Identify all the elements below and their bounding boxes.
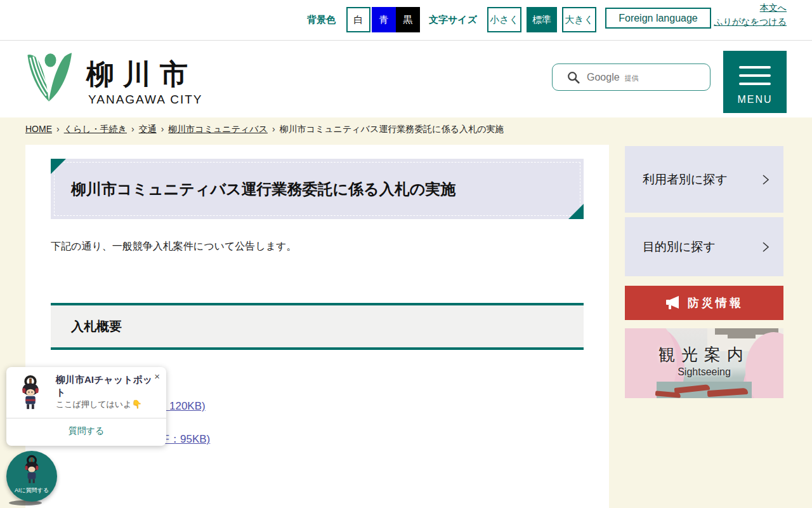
sidebar-item-label: 利用者別に探す <box>643 146 728 213</box>
site-header: 柳川市 YANAGAWA CITY Google 提供 MENU <box>0 41 812 117</box>
breadcrumb-home[interactable]: HOME <box>25 124 52 134</box>
megaphone-icon <box>665 295 681 311</box>
chatbot-ask-link[interactable]: 質問する <box>6 425 166 437</box>
font-size-standard-button[interactable]: 標準 <box>527 7 557 32</box>
sightseeing-label-ja: 観光案内 <box>625 344 783 366</box>
corner-triangle-bottom-right <box>568 204 584 219</box>
city-name-en: YANAGAWA CITY <box>88 93 203 107</box>
intro-text: 下記の通り、一般競争入札案件について公告します。 <box>51 240 296 253</box>
chevron-right-icon <box>762 174 769 185</box>
bg-option-white[interactable]: 白 <box>346 7 370 32</box>
breadcrumb-kurashi[interactable]: くらし・手続き <box>64 124 127 134</box>
chatbot-fab-button[interactable]: AIに質問する <box>6 451 57 502</box>
skip-to-content-link[interactable]: 本文へ <box>760 3 787 14</box>
font-size-label: 文字サイズ <box>429 14 477 26</box>
disaster-info-banner[interactable]: 防災情報 <box>625 286 783 320</box>
yanagawa-logo-icon <box>23 51 75 107</box>
roof-photo-part <box>728 335 756 338</box>
sidebar-item-by-purpose[interactable]: 目的別に探す <box>625 217 783 276</box>
chatbot-avatar <box>16 375 44 411</box>
chatbot-message: ここば押してはいよ👇 <box>56 399 142 410</box>
city-name: 柳川市 <box>86 56 197 93</box>
close-icon[interactable]: × <box>154 371 160 382</box>
chevron-right-icon <box>762 241 769 253</box>
breadcrumb: HOME›くらし・手続き›交通›柳川市コミュニティバス›柳川市コミュニティバス運… <box>25 124 787 135</box>
corner-triangle-top-left <box>51 159 66 174</box>
furigana-link[interactable]: ふりがなをつける <box>714 17 787 28</box>
fab-shadow <box>9 500 42 505</box>
bg-option-black[interactable]: 黒 <box>396 7 420 32</box>
breadcrumb-current: 柳川市コミュニティバス運行業務委託に係る入札の実施 <box>280 124 504 134</box>
font-size-larger-button[interactable]: 大きく <box>562 7 596 32</box>
search-provided-text: 提供 <box>625 74 639 83</box>
disaster-info-label: 防災情報 <box>688 295 743 311</box>
breadcrumb-community-bus[interactable]: 柳川市コミュニティバス <box>168 124 268 134</box>
page-title: 柳川市コミュニティバス運行業務委託に係る入札の実施 <box>71 159 455 219</box>
search-brand-text: Google <box>587 72 620 83</box>
section-heading-box: 入札概要 <box>51 303 584 350</box>
sidebar-item-label: 目的別に探す <box>643 217 716 276</box>
menu-label: MENU <box>723 94 787 105</box>
main-content-panel: 柳川市コミュニティバス運行業務委託に係る入札の実施 下記の通り、一般競争入札案件… <box>25 145 609 508</box>
section-heading: 入札概要 <box>71 305 122 347</box>
breadcrumb-separator: › <box>161 124 164 134</box>
chatbot-divider <box>6 418 166 418</box>
chatbot-title: 柳川市AIチャットポット <box>56 373 155 398</box>
search-input[interactable]: Google 提供 <box>552 64 710 91</box>
sidebar-item-by-user[interactable]: 利用者別に探す <box>625 146 783 213</box>
breadcrumb-separator: › <box>272 124 275 134</box>
page-title-banner: 柳川市コミュニティバス運行業務委託に係る入札の実施 <box>51 159 584 219</box>
font-size-smaller-button[interactable]: 小さく <box>487 7 521 32</box>
background-color-label: 背景色 <box>307 14 336 26</box>
site-logo[interactable]: 柳川市 YANAGAWA CITY <box>23 51 289 109</box>
breadcrumb-koutsu[interactable]: 交通 <box>139 124 157 134</box>
foreign-language-button[interactable]: Foreign language <box>605 8 711 29</box>
sightseeing-label-en: Sightseeing <box>625 366 783 378</box>
chatbot-fab-label: AIに質問する <box>6 486 57 495</box>
chatbot-avatar-icon <box>20 455 43 485</box>
utility-bar: 背景色 白 青 黒 文字サイズ 小さく 標準 大きく Foreign langu… <box>0 0 812 41</box>
breadcrumb-separator: › <box>131 124 134 134</box>
search-icon <box>566 70 580 84</box>
menu-button[interactable]: MENU <box>723 51 787 113</box>
sightseeing-banner[interactable]: 観光案内 Sightseeing <box>625 328 783 398</box>
bg-option-blue[interactable]: 青 <box>372 7 396 32</box>
chatbot-popup: 柳川市AIチャットポット × ここば押してはいよ👇 質問する <box>6 367 166 446</box>
breadcrumb-separator: › <box>56 124 60 134</box>
